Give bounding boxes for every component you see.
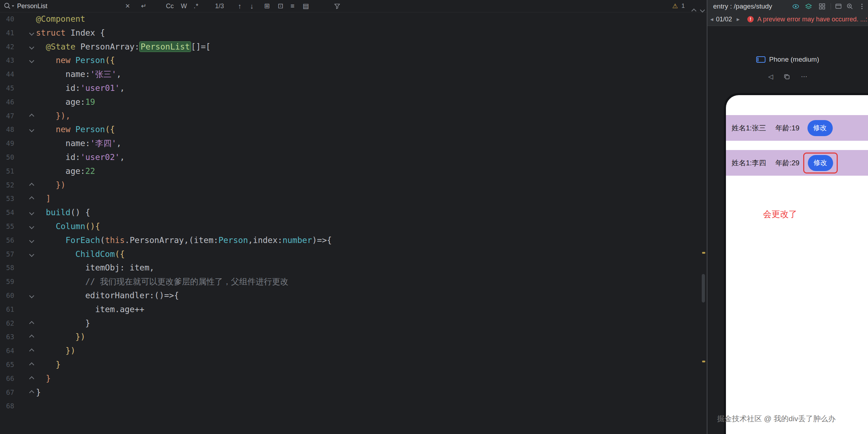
code-line[interactable]: 59 // 我们现在就可以更改爹层的属性了，父组件进行更改 bbox=[0, 275, 700, 289]
fold-toggle-icon[interactable] bbox=[29, 114, 34, 119]
code-text: // 我们现在就可以更改爹层的属性了，父组件进行更改 bbox=[36, 275, 288, 289]
fold-toggle-icon[interactable] bbox=[29, 238, 34, 243]
line-number: 49 bbox=[0, 136, 14, 150]
zoom-icon[interactable] bbox=[846, 3, 853, 10]
code-line[interactable]: 54 build() { bbox=[0, 206, 700, 219]
code-line[interactable]: 45 id:'user01', bbox=[0, 81, 700, 95]
code-line[interactable]: 60 editorHandler:()=>{ bbox=[0, 289, 700, 303]
newline-icon[interactable]: ↵ bbox=[141, 0, 146, 12]
find-bar: PersonList × ↵ Cc W .* 1/3 ↑ ↓ ⊞ ⊡ ≡ ▤ ⚠… bbox=[0, 0, 707, 12]
code-line[interactable]: 68 bbox=[0, 399, 700, 413]
code-line[interactable]: 47 }), bbox=[0, 109, 700, 123]
code-line[interactable]: 63 }) bbox=[0, 330, 700, 344]
code-line[interactable]: 53 ] bbox=[0, 192, 700, 206]
code-line[interactable]: 65 } bbox=[0, 358, 700, 372]
device-label-row: Phone (medium) bbox=[707, 56, 868, 63]
line-number: 63 bbox=[0, 330, 14, 344]
code-line[interactable]: 48 new Person({ bbox=[0, 123, 700, 136]
scrollbar-thumb[interactable] bbox=[702, 274, 705, 303]
select-all-matches-icon[interactable]: ⊞ bbox=[264, 0, 270, 12]
line-number: 58 bbox=[0, 261, 14, 275]
copy-icon[interactable] bbox=[784, 73, 790, 80]
error-icon: ! bbox=[747, 16, 754, 22]
fold-toggle-icon[interactable] bbox=[29, 335, 34, 340]
editor-scrollbar[interactable] bbox=[700, 12, 707, 434]
person-row: 姓名1:李四年龄:29修改 bbox=[726, 150, 868, 176]
inspect-icon[interactable] bbox=[792, 3, 799, 10]
code-text: @Component bbox=[36, 12, 85, 26]
person-age: 年龄:19 bbox=[775, 123, 800, 133]
changed-text: 会更改了 bbox=[763, 208, 797, 220]
more-icon[interactable] bbox=[858, 3, 866, 10]
warning-count: 1 bbox=[681, 0, 685, 12]
code-line[interactable]: 66 } bbox=[0, 372, 700, 386]
regex-toggle[interactable]: .* bbox=[194, 0, 199, 12]
fold-toggle-icon[interactable] bbox=[29, 293, 34, 298]
line-number: 40 bbox=[0, 12, 14, 26]
code-line[interactable]: 40@Component bbox=[0, 12, 700, 26]
selection-highlight-box: 修改 bbox=[803, 153, 838, 174]
fold-toggle-icon[interactable] bbox=[29, 376, 34, 381]
pager-next-icon[interactable]: ▶ bbox=[737, 13, 739, 26]
fold-toggle-icon[interactable] bbox=[29, 362, 34, 367]
rotate-icon[interactable]: ◁ bbox=[768, 73, 773, 81]
layers-icon[interactable] bbox=[805, 3, 812, 10]
fold-toggle-icon[interactable] bbox=[29, 390, 34, 395]
code-line[interactable]: 50 id:'user02', bbox=[0, 150, 700, 164]
fold-toggle-icon[interactable] bbox=[29, 45, 34, 50]
code-line[interactable]: 57 ChildCom({ bbox=[0, 247, 700, 261]
fold-toggle-icon[interactable] bbox=[29, 58, 34, 63]
warning-stripe-mark[interactable] bbox=[702, 252, 705, 254]
fold-toggle-icon[interactable] bbox=[29, 210, 34, 215]
code-line[interactable]: 64 }) bbox=[0, 344, 700, 358]
code-line[interactable]: 56 ForEach(this.PersonArray,(item:Person… bbox=[0, 233, 700, 247]
results-list-icon[interactable]: ▤ bbox=[303, 0, 309, 12]
code-line[interactable]: 61 item.age++ bbox=[0, 303, 700, 316]
fold-toggle-icon[interactable] bbox=[29, 31, 34, 36]
next-match-button[interactable]: ↓ bbox=[250, 0, 253, 12]
fold-toggle-icon[interactable] bbox=[29, 127, 34, 132]
code-line[interactable]: 44 name:'张三', bbox=[0, 67, 700, 81]
search-in-selection-icon[interactable]: ⊡ bbox=[278, 0, 283, 12]
code-line[interactable]: 42 @State PersonArray:PersonList[]=[ bbox=[0, 40, 700, 54]
match-case-toggle[interactable]: Cc bbox=[166, 0, 174, 12]
fold-toggle-icon[interactable] bbox=[29, 252, 34, 257]
code-text: }) bbox=[36, 344, 75, 358]
search-query-input[interactable]: PersonList bbox=[17, 0, 47, 12]
open-results-icon[interactable]: ≡ bbox=[291, 0, 294, 12]
prev-match-button[interactable]: ↑ bbox=[238, 0, 241, 12]
fold-toggle-icon[interactable] bbox=[29, 196, 34, 201]
fold-toggle-icon[interactable] bbox=[29, 348, 34, 353]
modify-button[interactable]: 修改 bbox=[808, 155, 833, 171]
warning-stripe-mark[interactable] bbox=[702, 361, 705, 362]
code-line[interactable]: 67} bbox=[0, 386, 700, 399]
code-editor[interactable]: 40@Component41struct Index {42 @State Pe… bbox=[0, 12, 700, 434]
filter-icon[interactable] bbox=[334, 3, 340, 9]
code-line[interactable]: 49 name:'李四', bbox=[0, 136, 700, 150]
fold-toggle-icon[interactable] bbox=[29, 183, 34, 188]
code-line[interactable]: 58 itemObj: item, bbox=[0, 261, 700, 275]
search-history-icon[interactable] bbox=[4, 2, 15, 10]
fold-toggle-icon[interactable] bbox=[29, 224, 34, 229]
line-number: 53 bbox=[0, 192, 14, 206]
more-actions-icon[interactable]: ⋯ bbox=[801, 73, 807, 81]
person-name: 姓名1:张三 bbox=[732, 123, 766, 133]
window-icon[interactable] bbox=[835, 3, 842, 10]
code-line[interactable]: 46 age:19 bbox=[0, 95, 700, 109]
modify-button[interactable]: 修改 bbox=[807, 120, 833, 136]
code-line[interactable]: 41struct Index { bbox=[0, 26, 700, 40]
pager-prev-icon[interactable]: ◀ bbox=[710, 13, 713, 26]
person-age: 年龄:29 bbox=[775, 158, 800, 168]
code-text: editorHandler:()=>{ bbox=[36, 289, 179, 303]
line-number: 61 bbox=[0, 303, 14, 316]
code-line[interactable]: 43 new Person({ bbox=[0, 53, 700, 67]
code-line[interactable]: 55 Column(){ bbox=[0, 219, 700, 233]
grid-icon[interactable] bbox=[819, 3, 826, 10]
fold-toggle-icon[interactable] bbox=[29, 321, 34, 326]
whole-words-toggle[interactable]: W bbox=[181, 0, 187, 12]
toolbar-divider bbox=[831, 3, 831, 10]
code-line[interactable]: 62 } bbox=[0, 316, 700, 330]
code-line[interactable]: 52 }) bbox=[0, 178, 700, 192]
clear-search-icon[interactable]: × bbox=[125, 0, 130, 12]
code-line[interactable]: 51 age:22 bbox=[0, 164, 700, 178]
